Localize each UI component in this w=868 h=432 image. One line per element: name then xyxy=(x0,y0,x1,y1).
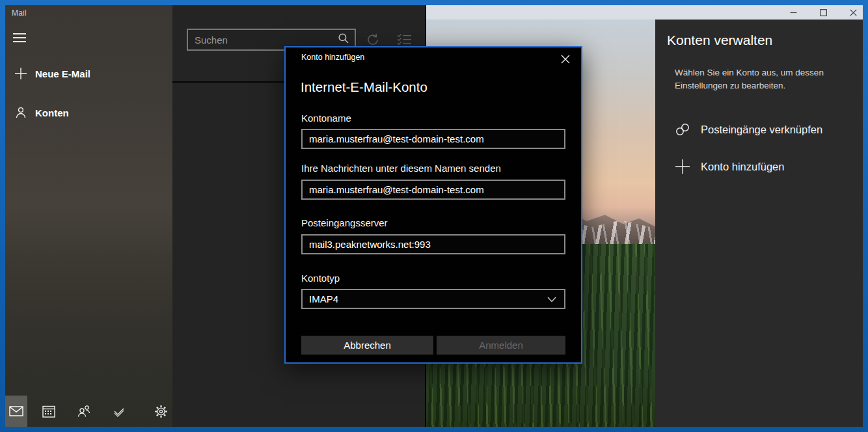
search-input[interactable] xyxy=(188,34,338,46)
add-account-button[interactable]: Konto hinzufügen xyxy=(655,152,863,181)
dialog-close-button[interactable] xyxy=(560,53,571,65)
manage-accounts-panel: Konten verwalten Wählen Sie ein Konto au… xyxy=(655,20,863,427)
send-name-input[interactable] xyxy=(301,180,565,200)
sidebar-item-accounts[interactable]: Konten xyxy=(5,101,172,124)
calendar-icon xyxy=(42,405,55,418)
dock-people-button[interactable] xyxy=(73,396,95,427)
dock-mail-button[interactable] xyxy=(5,396,27,427)
mail-icon xyxy=(9,406,23,416)
close-icon xyxy=(561,55,570,64)
minimize-button[interactable] xyxy=(778,5,808,20)
dialog-heading: Internet-E-Mail-Konto xyxy=(301,79,427,95)
link-inboxes-label: Posteingänge verknüpfen xyxy=(701,124,822,136)
new-mail-button[interactable]: Neue E-Mail xyxy=(5,62,172,85)
link-inboxes-icon xyxy=(674,121,691,138)
maximize-button[interactable] xyxy=(808,5,838,20)
account-type-value: IMAP4 xyxy=(309,293,338,304)
incoming-server-label: Posteingangsserver xyxy=(301,217,388,228)
sync-icon xyxy=(366,33,380,47)
accounts-label: Konten xyxy=(35,107,69,118)
mail-app-window: ▪ ▪ ▪ ▪ xyxy=(0,0,868,432)
people-icon xyxy=(77,405,91,418)
selection-checklist-icon xyxy=(397,33,413,46)
dock-settings-button[interactable] xyxy=(150,396,172,427)
new-mail-label: Neue E-Mail xyxy=(35,68,90,79)
plus-icon xyxy=(674,158,691,175)
close-window-button[interactable] xyxy=(838,5,863,20)
settings-gear-icon xyxy=(154,405,168,418)
window-content: Mail Neue E-Mail Konten xyxy=(5,5,863,427)
search-icon[interactable] xyxy=(338,33,349,47)
person-icon xyxy=(14,106,27,119)
manage-accounts-title: Konten verwalten xyxy=(667,33,772,48)
account-type-label: Kontotyp xyxy=(301,273,340,284)
bottom-dock xyxy=(5,396,172,427)
link-inboxes-button[interactable]: Posteingänge verknüpfen xyxy=(655,115,863,144)
minimize-icon xyxy=(790,9,797,16)
app-title: Mail xyxy=(12,8,27,18)
close-icon xyxy=(850,9,857,16)
manage-accounts-subtitle: Wählen Sie ein Konto aus, um dessen Eins… xyxy=(675,66,839,93)
todo-check-icon xyxy=(113,405,126,417)
account-name-input[interactable] xyxy=(301,129,565,149)
hamburger-icon[interactable] xyxy=(13,33,26,42)
send-name-label: Ihre Nachrichten unter diesem Namen send… xyxy=(301,163,501,174)
incoming-server-input[interactable] xyxy=(301,234,565,254)
account-name-label: Kontoname xyxy=(301,113,351,124)
add-account-label: Konto hinzufügen xyxy=(701,161,784,173)
signin-button[interactable]: Anmelden xyxy=(437,336,565,355)
sidebar: Mail Neue E-Mail Konten xyxy=(5,5,172,427)
add-account-dialog: Konto hinzufügen Internet-E-Mail-Konto K… xyxy=(284,46,582,364)
plus-icon xyxy=(14,67,27,80)
dock-calendar-button[interactable] xyxy=(38,396,60,427)
maximize-icon xyxy=(820,9,827,16)
dialog-title: Konto hinzufügen xyxy=(301,53,364,62)
account-type-select[interactable]: IMAP4 xyxy=(301,289,565,309)
titlebar xyxy=(426,5,863,20)
dock-todo-button[interactable] xyxy=(107,396,129,427)
cancel-button[interactable]: Abbrechen xyxy=(301,336,433,355)
chevron-down-icon xyxy=(547,293,556,305)
